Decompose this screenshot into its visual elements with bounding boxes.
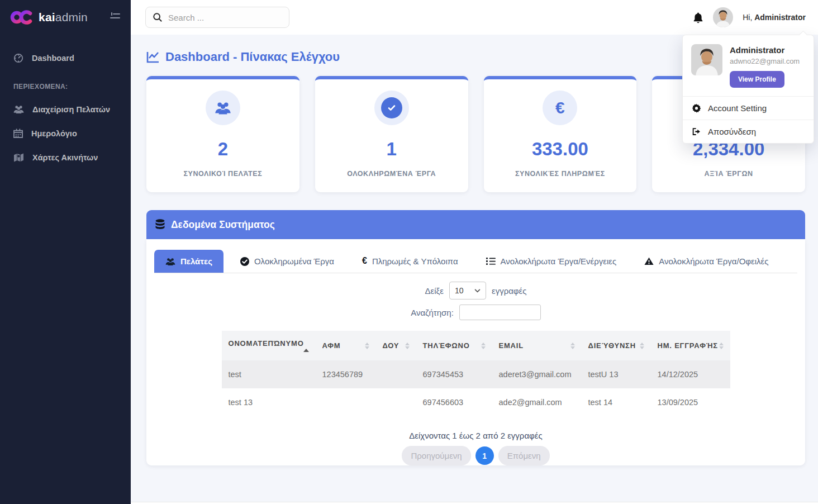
sidebar-item-label: Dashboard bbox=[32, 54, 74, 63]
task-list-icon bbox=[486, 257, 496, 265]
chart-line-icon bbox=[146, 51, 160, 63]
avatar bbox=[691, 44, 722, 75]
table-row: test 13 697456603 ade2@gmail.com test 14… bbox=[222, 388, 730, 416]
column-header-phone[interactable]: ΤΗΛΈΦΩΝΟ bbox=[416, 331, 492, 360]
check-circle-icon bbox=[240, 257, 249, 266]
global-search[interactable] bbox=[145, 7, 289, 28]
sort-icon bbox=[570, 343, 575, 349]
panel-body: Πελάτες Ολοκληρωμένα Έργα € Πληρωμές & Υ… bbox=[146, 239, 805, 465]
column-header-address[interactable]: ΔΙΕΎΘΥΝΣΗ bbox=[582, 331, 651, 360]
calendar-icon bbox=[13, 129, 23, 138]
brand: kaiadmin bbox=[0, 0, 131, 35]
logout-item[interactable]: Αποσύνδεση bbox=[683, 120, 814, 143]
profile-name: Administrator bbox=[730, 44, 800, 55]
sidebar-nav: Dashboard ΠΕΡΙΕΧΟΜΕΝΑ: Διαχείριση Πελατώ… bbox=[0, 46, 131, 169]
stat-label: ΟΛΟΚΛΗΡΩΜΈΝΑ ΈΡΓΑ bbox=[347, 170, 436, 178]
sidebar-item-label: Διαχείριση Πελατών bbox=[32, 105, 110, 114]
previous-page-button[interactable]: Προηγούμενη bbox=[402, 446, 470, 465]
sort-icon bbox=[481, 343, 486, 349]
customers-table: ΟΝΟΜΑΤΕΠΏΝΥΜΟ ΑΦΜ ΔΟΥ ΤΗΛΈΦΩΝΟ EMAIL ΔΙΕ… bbox=[222, 331, 730, 416]
top-header: Hi, Administrator bbox=[131, 0, 818, 35]
sort-icon bbox=[405, 343, 410, 349]
greeting-prefix: Hi, bbox=[743, 13, 752, 22]
database-icon bbox=[155, 219, 165, 230]
sidebar-item-calendar[interactable]: Ημερολόγιο bbox=[0, 121, 131, 145]
stat-value: 333.00 bbox=[532, 139, 588, 160]
sidebar-item-customers[interactable]: Διαχείριση Πελατών bbox=[0, 97, 131, 121]
check-circle-icon bbox=[374, 91, 409, 125]
table-info: Δείχνοντας 1 έως 2 από 2 εγγραφές bbox=[146, 431, 805, 440]
page-size-select[interactable]: 10 bbox=[449, 282, 486, 299]
column-header-doy[interactable]: ΔΟΥ bbox=[376, 331, 416, 360]
page-title: Dashboard - Πίνακας Ελέγχου bbox=[146, 50, 340, 64]
sidebar-toggle-icon[interactable] bbox=[110, 12, 121, 22]
warning-icon bbox=[644, 257, 654, 265]
stat-label: ΣΥΝΟΛΙΚΈΣ ΠΛΗΡΩΜΈΣ bbox=[515, 170, 605, 178]
view-profile-button[interactable]: View Profile bbox=[730, 71, 784, 88]
system-data-panel: Δεδομένα Συστήματος Πελάτες bbox=[146, 210, 805, 465]
users-icon bbox=[13, 104, 24, 114]
profile-dropdown: Administrator adwno22@gmail.com View Pro… bbox=[682, 35, 814, 144]
sidebar-item-label: Χάρτες Ακινήτων bbox=[32, 153, 98, 162]
user-greeting[interactable]: Hi, Administrator bbox=[743, 13, 806, 22]
tab-bar: Πελάτες Ολοκληρωμένα Έργα € Πληρωμές & Υ… bbox=[154, 239, 797, 273]
sort-icon bbox=[640, 343, 644, 349]
header-actions: Hi, Administrator bbox=[693, 7, 818, 27]
euro-icon: € bbox=[543, 91, 577, 125]
table-search-input[interactable] bbox=[459, 305, 541, 320]
profile-dropdown-header: Administrator adwno22@gmail.com View Pro… bbox=[683, 35, 814, 96]
tab-incomplete-debts[interactable]: Ανολοκλήρωτα Έργα/Οφειλές bbox=[633, 250, 779, 273]
sort-icon bbox=[719, 343, 724, 349]
users-icon bbox=[206, 91, 240, 125]
brand-logo-icon bbox=[10, 9, 34, 25]
column-header-name[interactable]: ΟΝΟΜΑΤΕΠΏΝΥΜΟ bbox=[222, 331, 316, 360]
sidebar: kaiadmin Dashboard ΠΕΡΙΕΧΟΜΕΝΑ: bbox=[0, 0, 131, 504]
euro-icon: € bbox=[362, 256, 367, 266]
sort-icon bbox=[365, 343, 369, 349]
column-header-afm[interactable]: ΑΦΜ bbox=[316, 331, 376, 360]
stat-card-total-payments: € 333.00 ΣΥΝΟΛΙΚΈΣ ΠΛΗΡΩΜΈΣ bbox=[484, 76, 637, 192]
stat-value: 2 bbox=[218, 139, 228, 160]
stat-label: ΣΥΝΟΛΙΚΟΊ ΠΕΛΆΤΕΣ bbox=[183, 170, 262, 178]
column-header-email[interactable]: EMAIL bbox=[492, 331, 582, 360]
panel-title: Δεδομένα Συστήματος bbox=[171, 219, 275, 231]
next-page-button[interactable]: Επόμενη bbox=[498, 446, 550, 465]
sidebar-item-property-maps[interactable]: Χάρτες Ακινήτων bbox=[0, 145, 131, 169]
profile-email: adwno22@gmail.com bbox=[730, 57, 800, 65]
notifications-bell-icon[interactable] bbox=[693, 12, 703, 23]
pagination: Προηγούμενη 1 Επόμενη bbox=[146, 446, 805, 465]
gear-icon bbox=[692, 103, 701, 113]
sidebar-section-label: ΠΕΡΙΕΧΟΜΕΝΑ: bbox=[0, 70, 131, 97]
tab-completed-projects[interactable]: Ολοκληρωμένα Έργα bbox=[229, 250, 345, 273]
account-setting-item[interactable]: Account Setting bbox=[683, 97, 814, 120]
panel-header: Δεδομένα Συστήματος bbox=[146, 210, 805, 239]
tab-incomplete-actions[interactable]: Ανολοκλήρωτα Έργα/Ενέργειες bbox=[475, 250, 628, 273]
sort-icon bbox=[303, 349, 309, 352]
greeting-name: Administrator bbox=[754, 13, 806, 22]
tab-payments-balances[interactable]: € Πληρωμές & Υπόλοιπα bbox=[351, 249, 469, 273]
table-header-row: ΟΝΟΜΑΤΕΠΏΝΥΜΟ ΑΦΜ ΔΟΥ ΤΗΛΈΦΩΝΟ EMAIL ΔΙΕ… bbox=[222, 331, 730, 360]
page-number-button[interactable]: 1 bbox=[475, 446, 494, 465]
map-icon bbox=[13, 153, 24, 162]
brand-name: kaiadmin bbox=[39, 11, 88, 24]
dashboard-icon bbox=[13, 53, 23, 63]
sidebar-item-dashboard[interactable]: Dashboard bbox=[0, 46, 131, 70]
chevron-down-icon bbox=[474, 289, 481, 293]
sidebar-item-label: Ημερολόγιο bbox=[31, 129, 77, 138]
stat-card-total-customers: 2 ΣΥΝΟΛΙΚΟΊ ΠΕΛΆΤΕΣ bbox=[146, 76, 299, 192]
stat-card-completed-projects: 1 ΟΛΟΚΛΗΡΩΜΈΝΑ ΈΡΓΑ bbox=[315, 76, 468, 192]
avatar[interactable] bbox=[713, 7, 733, 27]
column-header-reg-date[interactable]: ΗΜ. ΕΓΓΡΑΦΉΣ bbox=[651, 331, 730, 360]
search-input[interactable] bbox=[168, 13, 282, 22]
app-root: kaiadmin Dashboard ΠΕΡΙΕΧΟΜΕΝΑ: bbox=[0, 0, 818, 504]
page-length-control: Δείξε 10 εγγραφές bbox=[146, 282, 805, 299]
users-icon bbox=[165, 257, 175, 266]
footer bbox=[131, 502, 818, 504]
stat-label: ΑΞΊΑ ΈΡΓΩΝ bbox=[705, 170, 753, 178]
search-icon bbox=[153, 12, 163, 22]
stat-value: 1 bbox=[386, 139, 396, 160]
table-row: test 123456789 697345453 aderet3@gmail.c… bbox=[222, 360, 730, 388]
table-search-control: Αναζήτηση: bbox=[146, 305, 805, 320]
sign-out-icon bbox=[692, 127, 701, 136]
tab-customers[interactable]: Πελάτες bbox=[154, 250, 223, 273]
